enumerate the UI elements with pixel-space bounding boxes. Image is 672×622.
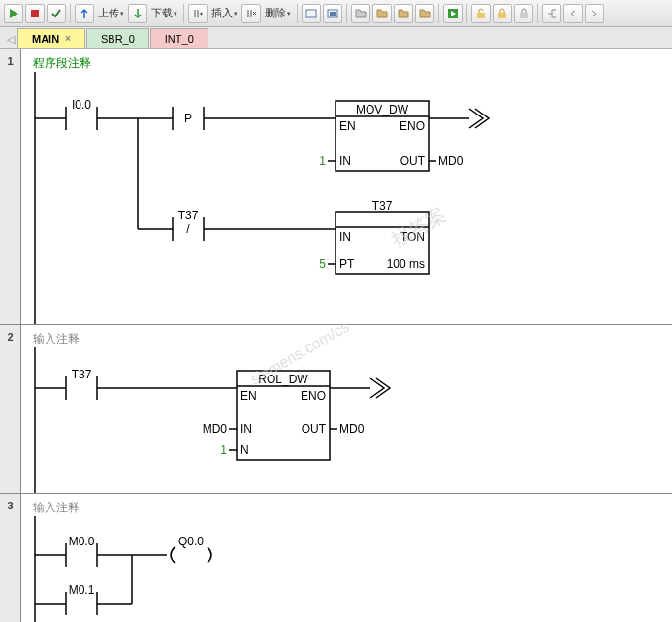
separator <box>70 4 71 23</box>
tool-button-1[interactable] <box>302 4 321 23</box>
svg-rect-1 <box>31 10 39 17</box>
network-comment[interactable]: 输入注释 <box>21 325 672 347</box>
separator <box>297 4 298 23</box>
folder-button-3[interactable] <box>394 4 413 23</box>
port-label: EN <box>240 389 257 403</box>
tab-scroll-left[interactable]: ◁ <box>4 30 17 48</box>
go-button[interactable] <box>443 4 463 23</box>
network-number: 1 <box>0 49 21 324</box>
contact-label: M0.0 <box>69 535 95 548</box>
network-number: 2 <box>0 325 21 493</box>
folder-button-4[interactable] <box>415 4 434 23</box>
contact-label: T37 <box>178 209 199 222</box>
port-label: PT <box>339 257 355 271</box>
port-value: 1 <box>220 443 227 457</box>
port-label: 100 ms <box>387 257 425 271</box>
port-label: IN <box>339 154 351 168</box>
block-name: MOV_DW <box>356 103 409 116</box>
ladder-diagram-3[interactable]: M0.0 Q0.0 M0.1 <box>21 516 661 622</box>
tab-label: MAIN <box>32 33 59 45</box>
contact-label: M0.1 <box>69 583 95 597</box>
compile-button[interactable] <box>47 4 66 23</box>
lock-open-button[interactable] <box>471 4 491 23</box>
tab-label: SBR_0 <box>101 33 135 45</box>
ladder-diagram-1[interactable]: I0.0 P MOV_DW EN ENO IN OUT 1 MD0 <box>21 72 661 324</box>
separator <box>438 4 439 23</box>
tab-label: INT_0 <box>165 33 194 45</box>
port-value: 5 <box>319 257 326 271</box>
contact-sym: / <box>186 222 190 236</box>
svg-rect-7 <box>498 13 506 18</box>
network-2[interactable]: 2 输入注释 T37 ROL_DW EN ENO IN OUT N MD0 1 … <box>0 324 672 493</box>
network-1[interactable]: 1 程序段注释 I0.0 P MOV_DW EN ENO IN OUT 1 <box>0 49 672 324</box>
stop-button[interactable] <box>25 4 45 23</box>
folder-button-2[interactable] <box>372 4 392 23</box>
close-icon[interactable]: × <box>65 33 71 44</box>
port-label: OUT <box>400 154 426 168</box>
port-value: MD0 <box>203 422 228 436</box>
separator <box>346 4 347 23</box>
block-name: T37 <box>372 199 393 213</box>
download-button[interactable] <box>128 4 147 23</box>
port-label: ENO <box>301 389 326 403</box>
delete-button[interactable] <box>241 4 261 23</box>
tab-sbr[interactable]: SBR_0 <box>86 28 149 48</box>
port-label: N <box>240 443 249 457</box>
network-3[interactable]: 3 输入注释 M0.0 Q0.0 M0.1 <box>0 493 672 622</box>
port-label: OUT <box>302 422 327 436</box>
prev-button[interactable] <box>563 4 583 23</box>
main-toolbar: 上传▾ 下载▾ 插入▾ 删除▾ <box>0 0 672 27</box>
lock-alt-button[interactable] <box>514 4 533 23</box>
network-comment[interactable]: 输入注释 <box>21 494 672 516</box>
port-label: TON <box>400 230 425 244</box>
ladder-editor: 1 程序段注释 I0.0 P MOV_DW EN ENO IN OUT 1 <box>0 49 672 622</box>
svg-marker-0 <box>10 9 18 18</box>
tab-bar: ◁ MAIN× SBR_0 INT_0 <box>0 27 672 49</box>
folder-button-1[interactable] <box>351 4 370 23</box>
port-label: IN <box>240 422 252 436</box>
separator <box>537 4 538 23</box>
run-button[interactable] <box>4 4 23 23</box>
coil-label: Q0.0 <box>178 535 204 548</box>
svg-rect-6 <box>477 13 485 18</box>
contact-label: I0.0 <box>72 98 91 112</box>
port-value: MD0 <box>339 422 365 436</box>
separator <box>183 4 184 23</box>
delete-label: 删除▾ <box>263 6 293 20</box>
tab-int[interactable]: INT_0 <box>150 28 208 48</box>
port-label: IN <box>339 230 351 244</box>
next-button[interactable] <box>585 4 604 23</box>
svg-rect-8 <box>520 13 528 18</box>
port-value: 1 <box>319 154 326 168</box>
upload-button[interactable] <box>75 4 94 23</box>
ladder-diagram-2[interactable]: T37 ROL_DW EN ENO IN OUT N MD0 1 MD0 <box>21 347 661 493</box>
insert-label: 插入▾ <box>209 6 240 20</box>
block-name: ROL_DW <box>258 373 308 386</box>
upload-label: 上传▾ <box>96 6 126 20</box>
port-label: EN <box>339 119 356 133</box>
contact-label: T37 <box>72 368 92 381</box>
network-number: 3 <box>0 494 21 622</box>
port-label: ENO <box>400 119 425 133</box>
svg-rect-2 <box>306 10 316 17</box>
network-comment[interactable]: 程序段注释 <box>21 49 672 72</box>
pulse-label: P <box>184 112 192 125</box>
lock-button[interactable] <box>493 4 512 23</box>
insert-button[interactable] <box>188 4 208 23</box>
svg-rect-4 <box>330 12 336 16</box>
branch-button[interactable] <box>542 4 561 23</box>
separator <box>466 4 467 23</box>
tab-main[interactable]: MAIN× <box>17 28 85 48</box>
tool-button-2[interactable] <box>323 4 342 23</box>
port-value: MD0 <box>438 154 464 168</box>
download-label: 下载▾ <box>149 6 179 20</box>
